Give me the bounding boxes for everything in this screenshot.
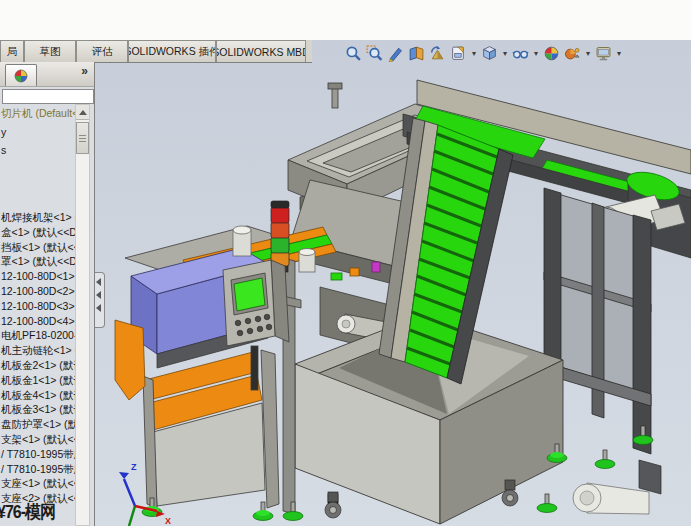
section-view-icon[interactable] (408, 45, 425, 62)
dropdown-arrow-icon[interactable]: ▾ (586, 45, 590, 62)
view-settings-icon[interactable] (595, 45, 612, 62)
zoom-to-fit-icon[interactable] (345, 45, 362, 62)
dropdown-arrow-icon[interactable]: ▾ (617, 45, 621, 62)
watermark-text: ¥76-模网 (0, 501, 55, 525)
display-style-icon[interactable] (481, 45, 498, 62)
panel-header: » (0, 62, 94, 87)
view-orientation-icon[interactable] (450, 45, 467, 62)
dropdown-arrow-icon[interactable]: ▾ (472, 45, 476, 62)
command-tab[interactable]: SOLIDWORKS 插件 (128, 40, 216, 62)
viewport-3d[interactable]: Z X (95, 62, 691, 526)
tree-root-item[interactable]: 切片机 (Default<D (1, 107, 86, 121)
command-tab[interactable]: 评估 (76, 40, 128, 62)
scrollbar-thumb[interactable] (76, 122, 89, 154)
scrollbar-up-arrow-icon[interactable] (76, 105, 89, 120)
display-manager-tab[interactable] (5, 64, 37, 86)
apply-scene-icon[interactable] (564, 45, 581, 62)
triad-z-label: Z (131, 462, 137, 472)
command-tab[interactable]: SOLIDWORKS MBD (216, 40, 306, 62)
command-tab[interactable]: 局 (0, 40, 24, 62)
tree-scrollbar[interactable] (75, 104, 90, 526)
tree-filter-input[interactable] (2, 89, 94, 104)
command-tab-bar: 局草图评估SOLIDWORKS 插件SOLIDWORKS MBD (0, 40, 312, 63)
panel-expand-chevron[interactable]: » (81, 64, 88, 78)
edit-appearance-icon[interactable] (543, 45, 560, 62)
dropdown-arrow-icon[interactable]: ▾ (503, 45, 507, 62)
feature-manager-panel: » 切片机 (Default<D y s 机焊接机架<1> (默盒<1> (默认… (0, 62, 95, 526)
headsup-toolbar: ▾▾▾▾▾ (345, 43, 622, 63)
zoom-to-area-icon[interactable] (366, 45, 383, 62)
color-sphere-icon (13, 68, 29, 84)
triad-x-label: X (165, 516, 171, 526)
dropdown-arrow-icon[interactable]: ▾ (534, 45, 538, 62)
previous-view-icon[interactable] (387, 45, 404, 62)
tree-item-sensors[interactable]: s (1, 144, 6, 156)
hide-show-items-icon[interactable] (512, 45, 529, 62)
command-tab[interactable]: 草图 (24, 40, 76, 62)
tree-item-history[interactable]: y (1, 126, 6, 138)
annotation-views-icon[interactable] (429, 45, 446, 62)
